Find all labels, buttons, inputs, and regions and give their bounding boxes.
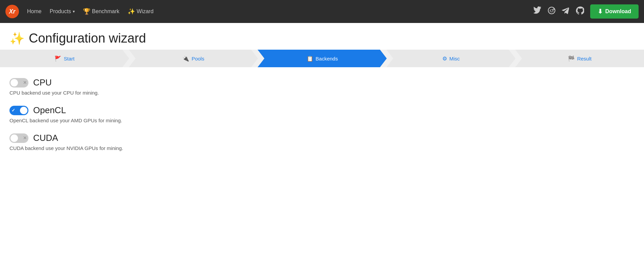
step-misc[interactable]: ⚙ Misc bbox=[386, 50, 516, 67]
misc-icon: ⚙ bbox=[442, 55, 447, 62]
home-link[interactable]: Home bbox=[27, 8, 42, 15]
step-result-label: Result bbox=[577, 56, 592, 61]
opencl-toggle[interactable]: ✕ ✓ bbox=[9, 106, 28, 115]
cuda-description: CUDA backend use your NVIDIA GPUs for mi… bbox=[9, 145, 635, 151]
pools-icon: 🔌 bbox=[182, 55, 189, 62]
step-pools[interactable]: 🔌 Pools bbox=[129, 50, 258, 67]
wizard-steps: 🚩 Start 🔌 Pools 📋 Backends ⚙ Misc 🏁 Resu… bbox=[0, 50, 644, 67]
opencl-description: OpenCL backend use your AMD GPUs for min… bbox=[9, 118, 635, 123]
download-label: Download bbox=[605, 8, 631, 15]
cuda-toggle[interactable]: ✕ ✓ bbox=[9, 133, 28, 143]
benchmark-link[interactable]: 🏆 Benchmark bbox=[83, 8, 119, 15]
cpu-toggle-x-icon: ✕ bbox=[23, 80, 27, 85]
products-label: Products bbox=[50, 8, 71, 15]
step-backends[interactable]: 📋 Backends bbox=[258, 50, 387, 67]
opencl-toggle-knob bbox=[20, 107, 27, 114]
cuda-section: ✕ ✓ CUDA CUDA backend use your NVIDIA GP… bbox=[9, 133, 635, 151]
github-icon[interactable] bbox=[576, 6, 584, 17]
benchmark-label: Benchmark bbox=[92, 8, 119, 15]
cuda-name: CUDA bbox=[33, 133, 58, 143]
cuda-toggle-row: ✕ ✓ CUDA bbox=[9, 133, 635, 143]
logo-text: Xr bbox=[9, 8, 15, 15]
products-chevron-icon: ▾ bbox=[73, 9, 75, 14]
cpu-toggle-knob bbox=[10, 79, 18, 86]
navbar-right: ⬇ Download bbox=[533, 4, 639, 19]
cuda-toggle-knob bbox=[10, 134, 18, 142]
opencl-toggle-check-icon: ✓ bbox=[12, 108, 15, 113]
wizard-label: Wizard bbox=[137, 8, 154, 15]
navbar: Xr Home Products ▾ 🏆 Benchmark ✨ Wizard bbox=[0, 0, 644, 23]
products-link[interactable]: Products ▾ bbox=[50, 8, 75, 15]
wizard-link[interactable]: ✨ Wizard bbox=[128, 8, 154, 15]
backends-icon: 📋 bbox=[307, 55, 313, 62]
wizard-title-icon: ✨ bbox=[9, 31, 25, 46]
svg-point-1 bbox=[549, 7, 555, 14]
home-label: Home bbox=[27, 8, 42, 15]
main-content: ✕ ✓ CPU CPU backend use your CPU for min… bbox=[0, 67, 644, 171]
step-backends-label: Backends bbox=[316, 56, 338, 61]
svg-point-3 bbox=[550, 10, 551, 11]
cpu-name: CPU bbox=[33, 77, 52, 88]
opencl-toggle-row: ✕ ✓ OpenCL bbox=[9, 105, 635, 116]
svg-point-4 bbox=[552, 10, 553, 11]
page-title-area: ✨ Configuration wizard bbox=[0, 23, 644, 50]
download-button[interactable]: ⬇ Download bbox=[590, 4, 639, 19]
step-pools-label: Pools bbox=[192, 56, 204, 61]
result-icon: 🏁 bbox=[568, 55, 575, 62]
opencl-section: ✕ ✓ OpenCL OpenCL backend use your AMD G… bbox=[9, 105, 635, 123]
navbar-left: Xr Home Products ▾ 🏆 Benchmark ✨ Wizard bbox=[5, 5, 154, 18]
twitter-icon[interactable] bbox=[533, 6, 541, 17]
cpu-section: ✕ ✓ CPU CPU backend use your CPU for min… bbox=[9, 77, 635, 96]
opencl-name: OpenCL bbox=[33, 105, 66, 116]
step-misc-label: Misc bbox=[449, 56, 460, 61]
wand-icon: ✨ bbox=[128, 8, 135, 15]
step-start[interactable]: 🚩 Start bbox=[0, 50, 129, 67]
logo[interactable]: Xr bbox=[5, 5, 19, 18]
telegram-icon[interactable] bbox=[562, 6, 570, 17]
cpu-description: CPU backend use your CPU for mining. bbox=[9, 90, 635, 96]
step-result[interactable]: 🏁 Result bbox=[515, 50, 644, 67]
download-icon: ⬇ bbox=[598, 8, 603, 15]
cuda-toggle-x-icon: ✕ bbox=[23, 135, 27, 141]
page-title: Configuration wizard bbox=[29, 31, 146, 46]
trophy-icon: 🏆 bbox=[83, 8, 90, 15]
cpu-toggle-row: ✕ ✓ CPU bbox=[9, 77, 635, 88]
reddit-icon[interactable] bbox=[548, 6, 556, 17]
cpu-toggle[interactable]: ✕ ✓ bbox=[9, 78, 28, 87]
step-start-label: Start bbox=[64, 56, 74, 61]
start-flag-icon: 🚩 bbox=[54, 55, 61, 62]
